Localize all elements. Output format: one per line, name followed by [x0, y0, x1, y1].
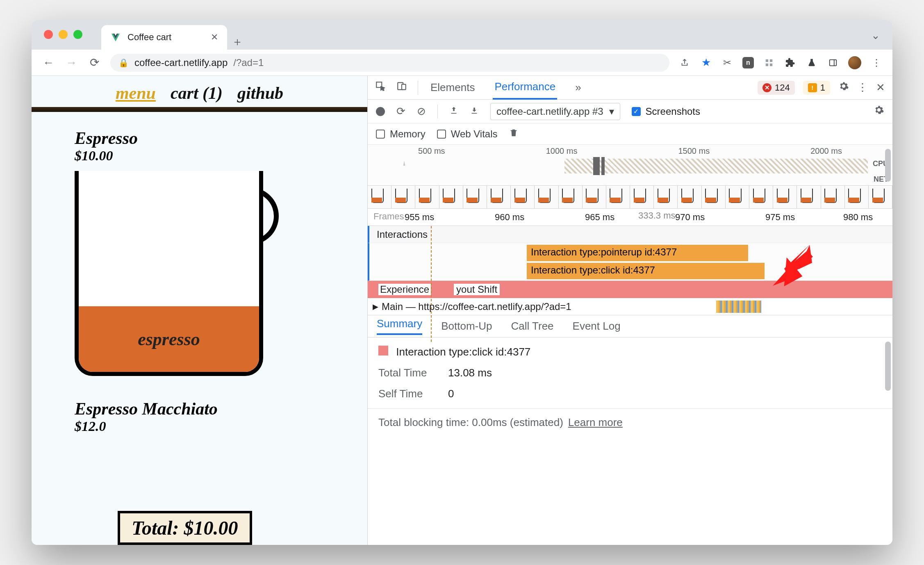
tab-strip: Coffee cart ✕ ＋	[101, 20, 248, 50]
ruler-tick: 970 ms	[675, 212, 705, 223]
recording-select[interactable]: coffee-cart.netlify.app #3 ▾	[490, 103, 620, 120]
interaction-bar-click[interactable]: Interaction type:click id:4377	[527, 263, 765, 279]
product-espresso: Espresso $10.00 espresso	[32, 112, 367, 388]
ov-tick: 1500 ms	[678, 146, 710, 156]
filmstrip-thumb	[678, 186, 701, 208]
devtools-kebab-icon[interactable]: ⋮	[857, 81, 868, 94]
interaction-bar-pointerup[interactable]: Interaction type:pointerup id:4377	[527, 245, 748, 261]
filmstrip-thumb	[821, 186, 845, 208]
reload-record-icon[interactable]: ⟳	[396, 105, 405, 118]
window-controls	[44, 30, 82, 39]
nav-cart[interactable]: cart (1)	[171, 83, 223, 103]
warnings-badge[interactable]: !1	[803, 81, 830, 95]
timeline-ruler[interactable]: Frames 333.3 ms 955 ms 960 ms 965 ms 970…	[368, 209, 892, 226]
webvitals-label: Web Vitals	[451, 128, 498, 140]
filmstrip-thumb	[606, 186, 630, 208]
checkbox-off-icon	[437, 130, 446, 139]
content-split: menu cart (1) github Espresso $10.00 esp…	[32, 76, 892, 545]
vue-favicon-icon	[110, 32, 121, 43]
overview-selection-marker	[593, 157, 600, 175]
tab-summary[interactable]: Summary	[377, 317, 422, 335]
close-devtools-icon[interactable]: ✕	[876, 81, 885, 94]
filmstrip-thumb	[511, 186, 535, 208]
inspect-element-icon[interactable]	[375, 81, 386, 94]
tab-coffee-cart[interactable]: Coffee cart ✕	[101, 25, 227, 50]
profile-avatar[interactable]	[848, 56, 861, 69]
close-tab-icon[interactable]: ✕	[211, 32, 218, 43]
device-mode-icon[interactable]	[396, 81, 407, 94]
extension-n-icon[interactable]: n	[742, 57, 754, 68]
site-nav: menu cart (1) github	[32, 76, 367, 107]
product-espresso-macchiato: Espresso Macchiato $12.0	[32, 388, 367, 434]
new-tab-button[interactable]: ＋	[227, 34, 248, 50]
ruler-tick: 965 ms	[585, 212, 614, 223]
perf-settings-gear-icon[interactable]	[874, 105, 884, 118]
devtools-header: Elements Performance » ✕124 !1 ⋮ ✕	[368, 76, 892, 100]
main-thread-row[interactable]: ▶ Main — https://coffee-cart.netlify.app…	[368, 298, 892, 315]
flask-experiments-icon[interactable]	[806, 57, 818, 69]
back-button[interactable]: ←	[41, 56, 55, 70]
kebab-menu-icon[interactable]: ⋮	[870, 57, 883, 69]
upload-icon[interactable]	[449, 105, 458, 118]
address-bar: ← → ⟳ 🔒 coffee-cart.netlify.app/?ad=1 ★ …	[32, 50, 892, 76]
svg-rect-4	[830, 59, 837, 66]
filmstrip-thumb	[702, 186, 726, 208]
filmstrip[interactable]	[368, 186, 892, 209]
lock-icon: 🔒	[118, 58, 129, 68]
webvitals-checkbox[interactable]: Web Vitals	[437, 128, 498, 140]
download-icon[interactable]	[470, 105, 479, 118]
svg-rect-0	[766, 59, 768, 62]
filmstrip-thumb	[487, 186, 511, 208]
scrollbar-thumb[interactable]	[885, 149, 891, 182]
forward-button[interactable]: →	[64, 56, 78, 70]
titlebar: Coffee cart ✕ ＋ ⌄	[32, 20, 892, 50]
expand-tabs-icon[interactable]: ⌄	[871, 29, 880, 42]
scissors-icon[interactable]: ✂	[721, 57, 733, 69]
annotation-arrow-icon	[761, 240, 819, 296]
cup-body-icon: espresso	[75, 171, 263, 376]
memory-checkbox[interactable]: Memory	[376, 128, 426, 140]
gear-icon[interactable]	[838, 81, 849, 94]
devtools-tabs: Elements Performance »	[429, 75, 583, 100]
filmstrip-thumb	[463, 186, 487, 208]
nav-github[interactable]: github	[237, 83, 283, 103]
grid-extension-icon[interactable]	[763, 57, 775, 69]
summary-self-value: 0	[448, 387, 454, 400]
tab-event-log[interactable]: Event Log	[573, 320, 621, 333]
tbt-learn-more-link[interactable]: Learn more	[568, 416, 623, 429]
filmstrip-thumb	[773, 186, 797, 208]
tab-call-tree[interactable]: Call Tree	[511, 320, 554, 333]
summary-title: Interaction type:click id:4377	[396, 346, 530, 358]
disclosure-triangle-icon[interactable]: ▶	[373, 302, 378, 311]
share-icon[interactable]	[678, 57, 691, 69]
sidepanel-icon[interactable]	[827, 57, 839, 69]
fullscreen-window-button[interactable]	[73, 30, 82, 39]
trash-icon[interactable]	[509, 128, 518, 140]
cup-graphic[interactable]: espresso	[75, 171, 275, 388]
tab-more[interactable]: »	[574, 76, 583, 99]
filmstrip-thumb	[583, 186, 606, 208]
ruler-tick: 960 ms	[495, 212, 524, 223]
total-button[interactable]: Total: $10.00	[118, 511, 252, 545]
nav-menu[interactable]: menu	[116, 83, 156, 103]
fps-label: 333.3 ms	[638, 210, 676, 221]
summary-swatch-icon	[378, 346, 388, 355]
tab-performance[interactable]: Performance	[493, 75, 557, 100]
ov-tick: 500 ms	[418, 146, 445, 156]
omnibox[interactable]: 🔒 coffee-cart.netlify.app/?ad=1	[110, 54, 669, 72]
overview-minimap[interactable]: 500 ms 1000 ms 1500 ms 2000 ms CPU NET	[368, 145, 892, 186]
clear-icon[interactable]: ⊘	[417, 105, 426, 118]
reload-button[interactable]: ⟳	[87, 56, 101, 70]
bookmark-star-icon[interactable]: ★	[700, 57, 712, 69]
filmstrip-thumb	[869, 186, 892, 208]
errors-badge[interactable]: ✕124	[758, 81, 795, 95]
record-button[interactable]	[376, 107, 385, 116]
minimize-window-button[interactable]	[59, 30, 68, 39]
close-window-button[interactable]	[44, 30, 53, 39]
scrollbar-thumb[interactable]	[885, 342, 891, 391]
tab-elements[interactable]: Elements	[429, 76, 476, 99]
tab-bottom-up[interactable]: Bottom-Up	[441, 320, 492, 333]
screenshots-checkbox[interactable]: ✓ Screenshots	[632, 106, 700, 117]
filmstrip-thumb	[391, 186, 415, 208]
puzzle-extensions-icon[interactable]	[784, 57, 797, 69]
